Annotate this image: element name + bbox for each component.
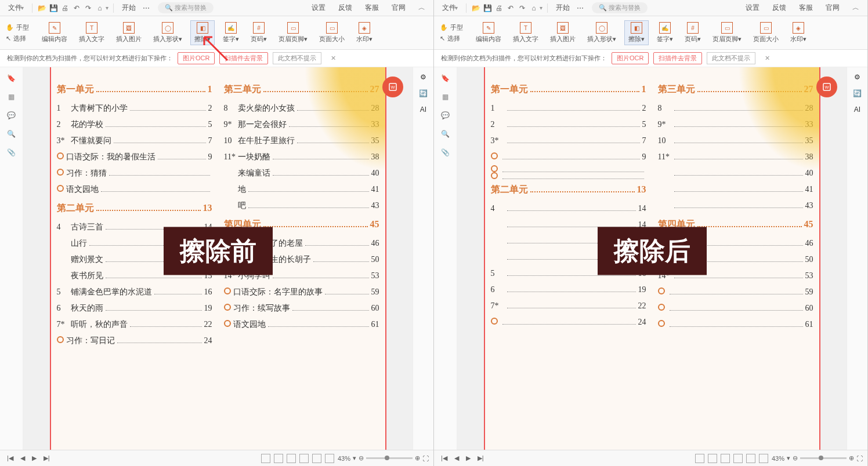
menu-start[interactable]: 开始	[552, 2, 573, 14]
collapse-icon[interactable]: ︿	[849, 2, 863, 14]
undo-icon[interactable]: ↶	[506, 3, 515, 13]
last-page[interactable]: ▶|	[475, 454, 486, 462]
zoom-value[interactable]: 43%	[772, 455, 784, 462]
attachment-icon[interactable]: 📎	[440, 147, 451, 158]
fullscreen-icon[interactable]: ⛶	[422, 455, 429, 462]
open-icon[interactable]: 📂	[37, 3, 46, 13]
page-size-tool[interactable]: ▭页面大小	[316, 21, 348, 45]
open-icon[interactable]: 📂	[471, 3, 480, 13]
remove-bg-button[interactable]: 扫描件去背景	[653, 52, 702, 64]
dont-show-info[interactable]: 此文档不提示	[273, 52, 321, 64]
remove-bg-button[interactable]: 扫描件去背景	[219, 52, 268, 64]
zoom-value[interactable]: 43%	[338, 455, 350, 462]
zoom-in[interactable]: ⊕	[415, 454, 420, 462]
edit-content-tool[interactable]: ✎编辑内容	[472, 21, 505, 45]
menu-settings[interactable]: 设置	[308, 2, 329, 14]
menu-website[interactable]: 官网	[822, 2, 843, 14]
edit-content-tool[interactable]: ✎编辑内容	[38, 21, 71, 45]
home-icon[interactable]: ⌂	[95, 3, 104, 13]
view-mode-3[interactable]	[721, 454, 730, 463]
hand-tool[interactable]: ✋ 手型	[440, 23, 463, 32]
page-num-tool[interactable]: #页码▾	[247, 21, 270, 45]
zoom-out[interactable]: ⊖	[359, 454, 364, 462]
collapse-icon[interactable]: ︿	[415, 2, 429, 14]
first-page[interactable]: |◀	[5, 454, 16, 462]
view-mode-5[interactable]	[746, 454, 755, 463]
fab-button[interactable]: W	[382, 77, 403, 97]
sign-tool[interactable]: ✍签字▾	[653, 21, 677, 45]
convert-icon[interactable]: 🔄	[419, 89, 428, 97]
erase-tool[interactable]: ◧擦除▾	[624, 20, 649, 45]
close-infobar[interactable]: ✕	[331, 54, 336, 62]
view-mode-6[interactable]	[325, 454, 334, 463]
search-box[interactable]: 🔍 搜索与替换	[158, 2, 214, 13]
view-mode-1[interactable]	[695, 454, 704, 463]
menu-file[interactable]: 文件▾	[5, 2, 27, 14]
more-icon[interactable]: ⋯	[142, 3, 151, 13]
insert-shape-tool[interactable]: ◯插入形状▾	[150, 21, 186, 45]
menu-settings[interactable]: 设置	[742, 2, 763, 14]
next-page[interactable]: ▶	[30, 454, 39, 462]
menu-feedback[interactable]: 反馈	[769, 2, 790, 14]
hand-tool[interactable]: ✋ 手型	[6, 23, 29, 32]
page-num-tool[interactable]: #页码▾	[681, 21, 704, 45]
insert-image-tool[interactable]: 🖼插入图片	[547, 21, 579, 45]
last-page[interactable]: ▶|	[41, 454, 52, 462]
tools-icon[interactable]: ⚙	[854, 73, 860, 81]
header-footer-tool[interactable]: ▭页眉页脚▾	[275, 21, 311, 45]
view-mode-1[interactable]	[261, 454, 270, 463]
dont-show-info[interactable]: 此文档不提示	[707, 52, 755, 64]
zoom-in[interactable]: ⊕	[849, 454, 854, 462]
prev-page[interactable]: ◀	[18, 454, 27, 462]
redo-icon[interactable]: ↷	[84, 3, 93, 13]
comments-icon[interactable]: 💬	[440, 110, 451, 121]
ai-icon[interactable]: AI	[420, 105, 426, 114]
next-page[interactable]: ▶	[464, 454, 473, 462]
insert-text-tool[interactable]: T插入文字	[509, 21, 542, 45]
thumbnails-icon[interactable]: ▦	[6, 92, 17, 102]
save-icon[interactable]: 💾	[49, 3, 58, 13]
more-icon[interactable]: ⋯	[576, 3, 585, 13]
tools-icon[interactable]: ⚙	[420, 73, 426, 81]
menu-website[interactable]: 官网	[388, 2, 409, 14]
ocr-button[interactable]: 图片OCR	[178, 52, 215, 64]
zoom-out[interactable]: ⊖	[793, 454, 798, 462]
bookmark-icon[interactable]: 🔖	[6, 73, 17, 83]
view-mode-4[interactable]	[733, 454, 743, 463]
first-page[interactable]: |◀	[439, 454, 450, 462]
zoom-slider[interactable]	[800, 457, 847, 459]
prev-page[interactable]: ◀	[452, 454, 461, 462]
attachment-icon[interactable]: 📎	[6, 147, 17, 158]
insert-shape-tool[interactable]: ◯插入形状▾	[584, 21, 620, 45]
view-mode-6[interactable]	[759, 454, 768, 463]
page-size-tool[interactable]: ▭页面大小	[750, 21, 782, 45]
insert-text-tool[interactable]: T插入文字	[75, 21, 108, 45]
menu-feedback[interactable]: 反馈	[335, 2, 356, 14]
home-icon[interactable]: ⌂	[529, 3, 538, 13]
fab-button[interactable]: W	[816, 77, 837, 97]
zoom-slider[interactable]	[366, 457, 413, 459]
menu-start[interactable]: 开始	[118, 2, 139, 14]
sign-tool[interactable]: ✍签字▾	[219, 21, 243, 45]
menu-service[interactable]: 客服	[361, 2, 382, 14]
search-panel-icon[interactable]: 🔍	[440, 129, 451, 139]
thumbnails-icon[interactable]: ▦	[440, 92, 451, 102]
header-footer-tool[interactable]: ▭页眉页脚▾	[709, 21, 745, 45]
watermark-tool[interactable]: ◈水印▾	[353, 21, 376, 45]
insert-image-tool[interactable]: 🖼插入图片	[113, 21, 145, 45]
erase-tool[interactable]: ◧擦除▾	[190, 20, 215, 45]
print-icon[interactable]: 🖨	[60, 3, 70, 13]
menu-file[interactable]: 文件▾	[439, 2, 461, 14]
canvas[interactable]: W 第一单元11大青树下的小学22花的学校53*不懂就要问7口语交际：我的暑假生…	[23, 67, 413, 450]
canvas[interactable]: W 第一单元112253*79第二单元134141414155166197*22…	[457, 67, 847, 450]
view-mode-3[interactable]	[287, 454, 296, 463]
close-infobar[interactable]: ✕	[765, 54, 770, 62]
view-mode-2[interactable]	[274, 454, 283, 463]
redo-icon[interactable]: ↷	[518, 3, 527, 13]
search-box[interactable]: 🔍 搜索与替换	[592, 2, 648, 13]
view-mode-4[interactable]	[299, 454, 309, 463]
ai-icon[interactable]: AI	[854, 105, 860, 114]
bookmark-icon[interactable]: 🔖	[440, 73, 451, 83]
select-tool[interactable]: ↖ 选择	[440, 34, 463, 43]
select-tool[interactable]: ↖ 选择	[6, 34, 29, 43]
